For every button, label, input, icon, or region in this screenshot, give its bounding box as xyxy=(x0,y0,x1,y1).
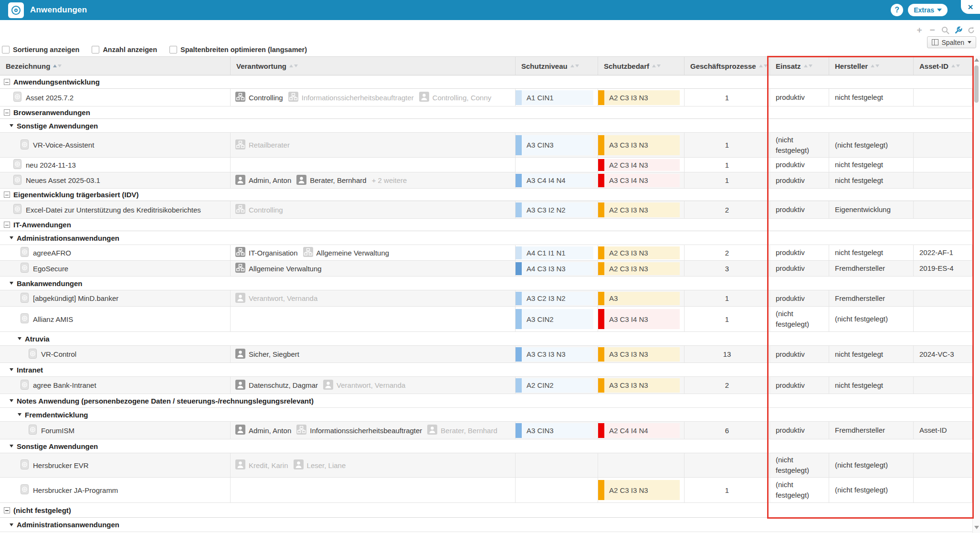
column-header-schutzniveau[interactable]: Schutzniveau xyxy=(516,57,598,75)
responsibility-name: Verantwort, Vernanda xyxy=(337,381,405,389)
cell-hersteller: (nicht festgelegt) xyxy=(829,478,914,502)
collapse-triangle-icon[interactable] xyxy=(18,413,21,416)
columns-button[interactable]: Spalten xyxy=(927,36,976,48)
column-header-hersteller[interactable]: Hersteller xyxy=(829,57,914,75)
collapse-minus-icon[interactable] xyxy=(4,109,10,116)
subgroup-row[interactable]: Atruvia xyxy=(0,332,972,346)
column-header-asset_id[interactable]: Asset-ID xyxy=(914,57,972,75)
collapse-triangle-icon[interactable] xyxy=(18,337,21,340)
table-row[interactable]: agree Bank-IntranetDatenschutz, DagmarVe… xyxy=(0,377,972,394)
collapse-triangle-icon[interactable] xyxy=(10,399,13,402)
collapse-triangle-icon[interactable] xyxy=(10,368,13,371)
checkbox-icon[interactable] xyxy=(92,46,99,53)
collapse-triangle-icon[interactable] xyxy=(10,282,13,285)
responsibility-name: Kredit, Karin xyxy=(249,461,288,469)
responsibility-name: Retailberater xyxy=(249,141,290,149)
table-row[interactable]: neu 2024-11-13A2 C3 I4 N31produktivnicht… xyxy=(0,158,972,172)
group-label: Browseranwendungen xyxy=(13,108,90,117)
table-row[interactable]: [abgekündigt] MinD.bankerVerantwort, Ver… xyxy=(0,290,972,307)
group-row[interactable]: Eigenentwicklung trägerbasiert (IDV) xyxy=(0,189,972,201)
table-row[interactable]: Excel-Datei zur Unterstützung des Kredit… xyxy=(0,201,972,219)
zoom-in-icon[interactable]: + xyxy=(915,26,924,34)
wrench-icon[interactable] xyxy=(954,26,962,34)
collapse-minus-icon[interactable] xyxy=(4,507,10,513)
subgroup-row[interactable]: Notes Anwendung (personenbezogene Daten … xyxy=(0,394,972,408)
subgroup-row[interactable]: Bankanwendungen xyxy=(0,277,972,290)
subgroup-label: Administrationsanwendungen xyxy=(17,234,119,242)
cell-verantwortung: Allgemeine Verwaltung xyxy=(231,261,516,276)
cell-verantwortung: Controlling xyxy=(231,201,516,218)
collapse-minus-icon[interactable] xyxy=(4,192,10,198)
group-row[interactable]: (nicht festgelegt) xyxy=(0,503,972,518)
collapse-triangle-icon[interactable] xyxy=(10,523,13,526)
table-row[interactable]: Allianz AMISA3 CIN2A3 C3 I4 N31(nicht fe… xyxy=(0,307,972,332)
extras-button[interactable]: Extras xyxy=(908,4,948,16)
subgroup-row[interactable]: Fremdentwicklung xyxy=(0,408,972,422)
column-header-schutzbedarf[interactable]: Schutzbedarf xyxy=(598,57,685,75)
responsibility-chip: Sicher, Siegbert xyxy=(235,349,299,360)
sort-arrows-icon xyxy=(804,64,812,67)
group-row[interactable]: Browseranwendungen xyxy=(0,107,972,119)
option-checkbox-0[interactable]: Sortierung anzeigen xyxy=(2,46,79,53)
application-name: Hersbrucker EVR xyxy=(33,461,89,469)
close-icon[interactable]: × xyxy=(968,2,973,11)
table-row[interactable]: VR-Voice-AssistentRetailberaterA3 CIN3A3… xyxy=(0,133,972,158)
option-checkbox-1[interactable]: Anzahl anzeigen xyxy=(92,46,157,53)
vertical-scrollbar[interactable] xyxy=(972,56,980,533)
subgroup-row[interactable]: Sonstige Anwendungen xyxy=(0,119,972,133)
subgroup-row[interactable]: Intranet xyxy=(0,363,972,377)
option-checkbox-2[interactable]: Spaltenbreiten optimieren (langsamer) xyxy=(169,46,307,53)
column-header-geschaeftsprozesse[interactable]: Geschäftsprozesse xyxy=(685,57,770,75)
collapse-triangle-icon[interactable] xyxy=(10,124,13,127)
scrollbar-thumb[interactable] xyxy=(974,65,979,103)
table-row[interactable]: ForumISMAdmin, AntonInformationssicherhe… xyxy=(0,422,972,439)
cell-schutzniveau: A3 C2 I3 N2 xyxy=(516,290,598,306)
zoom-out-icon[interactable]: − xyxy=(928,26,937,34)
subgroup-row[interactable]: Sonstige Anwendungen xyxy=(0,439,972,453)
group-row[interactable]: Anwendungsentwicklung xyxy=(0,75,972,89)
cell-bezeichnung: Hersbrucker JA-Programm xyxy=(0,478,231,502)
group-row[interactable]: IT-Anwendungen xyxy=(0,219,972,231)
collapse-triangle-icon[interactable] xyxy=(10,445,13,448)
table-row[interactable]: agreeAFROIT-OrganisationAllgemeine Verwa… xyxy=(0,245,972,261)
responsibility-chip: Controlling xyxy=(235,92,283,103)
table-row[interactable]: Hersbrucker JA-ProgrammA2 C3 I3 N31(nich… xyxy=(0,478,972,503)
checkbox-icon[interactable] xyxy=(169,46,177,53)
subgroup-row[interactable]: Administrationsanwendungen xyxy=(0,518,972,532)
checkbox-icon[interactable] xyxy=(2,46,10,53)
table-row[interactable]: Neues Asset 2025-03.1Admin, AntonBerater… xyxy=(0,172,972,189)
responsibility-chip: Leser, Liane xyxy=(294,459,346,471)
cell-asset-id xyxy=(914,478,972,502)
columns-icon xyxy=(932,39,938,45)
scroll-up-icon[interactable] xyxy=(974,58,979,62)
cell-verantwortung: Datenschutz, DagmarVerantwort, Vernanda xyxy=(231,377,516,394)
collapse-minus-icon[interactable] xyxy=(4,222,10,228)
scroll-down-icon[interactable] xyxy=(974,526,979,529)
responsibility-name: Admin, Anton xyxy=(249,176,291,184)
cell-einsatz: (nicht festgelegt) xyxy=(770,133,829,157)
search-icon[interactable] xyxy=(941,26,949,34)
column-header-einsatz[interactable]: Einsatz xyxy=(770,57,829,75)
table-row[interactable]: EgoSecureAllgemeine VerwaltungA4 C3 I3 N… xyxy=(0,261,972,277)
collapse-triangle-icon[interactable] xyxy=(10,236,13,239)
cell-schutzniveau: A1 CIN1 xyxy=(516,89,598,106)
subgroup-label: Sonstige Anwendungen xyxy=(17,442,98,450)
cell-bezeichnung: agree Bank-Intranet xyxy=(0,377,231,394)
cell-einsatz: (nicht festgelegt) xyxy=(770,307,829,331)
help-button[interactable]: ? xyxy=(891,4,903,16)
subgroup-row[interactable]: Administrationsanwendungen xyxy=(0,231,972,245)
responsibility-chip: Berater, Bernhard xyxy=(296,175,366,186)
cell-verantwortung: Admin, AntonInformationssicherheitsbeauf… xyxy=(231,422,516,439)
table-row[interactable]: Asset 2025.7.2ControllingInformationssic… xyxy=(0,89,972,107)
cell-verantwortung xyxy=(231,478,516,502)
table-row[interactable]: VR-ControlSicher, SiegbertA3 C3 I3 N3A3 … xyxy=(0,346,972,363)
cell-schutzniveau: A4 C1 I1 N1 xyxy=(516,245,598,260)
collapse-minus-icon[interactable] xyxy=(4,79,10,85)
column-header-verantwortung[interactable]: Verantwortung xyxy=(231,57,516,75)
table-row[interactable]: Hersbrucker EVRKredit, KarinLeser, Liane… xyxy=(0,453,972,478)
option-label: Spaltenbreiten optimieren (langsamer) xyxy=(180,46,307,53)
column-header-bezeichnung[interactable]: Bezeichnung xyxy=(0,57,231,75)
org-unit-icon xyxy=(235,263,245,274)
refresh-icon[interactable] xyxy=(967,26,975,34)
schutzbedarf-value: A2 C3 I3 N3 xyxy=(604,262,680,275)
